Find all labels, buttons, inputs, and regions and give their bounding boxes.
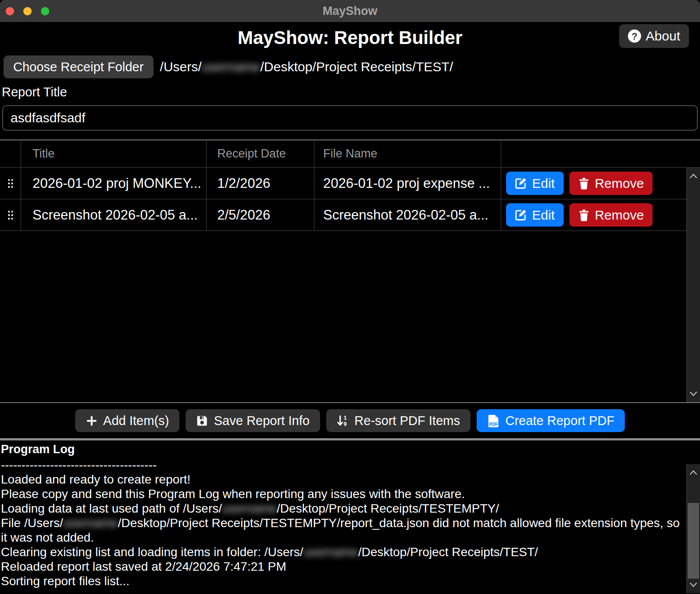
svg-text:?: ? bbox=[631, 31, 637, 42]
report-title-label: Report Title bbox=[2, 85, 700, 99]
pdf-file-icon: PDF bbox=[487, 414, 499, 427]
path-prefix: /Users/ bbox=[160, 59, 202, 74]
log-line: Sorting report files list... bbox=[1, 574, 682, 588]
row-actions-cell: EditRemove bbox=[501, 199, 700, 231]
log-text-segment: Loading data at last used path of /Users… bbox=[1, 502, 222, 515]
log-line: Loaded and ready to create report! bbox=[1, 472, 682, 487]
add-items-label: Add Item(s) bbox=[103, 414, 169, 428]
remove-button[interactable]: Remove bbox=[569, 172, 653, 195]
table-scrollbar[interactable] bbox=[686, 168, 700, 402]
remove-button-label: Remove bbox=[595, 176, 644, 191]
window-title: MayShow bbox=[0, 4, 700, 18]
redacted-username: username bbox=[202, 59, 260, 74]
sort-numeric-down-icon: 19 bbox=[337, 415, 349, 427]
log-line: File /Users/username/Desktop/Project Rec… bbox=[1, 516, 682, 545]
redacted-username: username bbox=[63, 516, 118, 530]
add-items-button[interactable]: Add Item(s) bbox=[75, 409, 180, 432]
log-text-segment: Reloaded report last saved at 2/24/2026 … bbox=[1, 560, 286, 573]
log-text-segment: /Desktop/Project Receipts/TEST/ bbox=[358, 545, 538, 559]
svg-text:9: 9 bbox=[343, 421, 346, 427]
row-receipt-date-cell: 2/5/2026 bbox=[207, 199, 314, 231]
row-file-name-cell-text: Screenshot 2026-02-05 a... bbox=[323, 207, 489, 223]
about-button[interactable]: ? About bbox=[619, 24, 689, 48]
remove-button-label: Remove bbox=[595, 208, 644, 223]
receipt-date-column-header: Receipt Date bbox=[207, 140, 314, 167]
row-file-name-cell: Screenshot 2026-02-05 a... bbox=[314, 199, 501, 231]
svg-text:PDF: PDF bbox=[489, 422, 498, 427]
remove-button[interactable]: Remove bbox=[569, 203, 653, 227]
row-file-name-cell-text: 2026-01-02 proj expense ... bbox=[323, 176, 490, 191]
log-scrollbar[interactable] bbox=[686, 464, 700, 593]
row-title-cell: Screenshot 2026-02-05 a... bbox=[21, 199, 207, 231]
log-text-segment: Loaded and ready to create report! bbox=[1, 473, 190, 486]
report-title-input[interactable] bbox=[2, 105, 698, 131]
log-line: Loading data at last used path of /Users… bbox=[1, 501, 682, 516]
window-titlebar: MayShow bbox=[0, 0, 700, 22]
row-title-cell-text: Screenshot 2026-02-05 a... bbox=[33, 207, 198, 223]
file-name-column-header: File Name bbox=[314, 140, 501, 167]
chevron-up-icon[interactable] bbox=[689, 173, 698, 179]
trash-icon bbox=[578, 209, 590, 221]
row-receipt-date-cell-text: 2/5/2026 bbox=[217, 207, 270, 223]
create-report-pdf-label: Create Report PDF bbox=[505, 414, 614, 428]
chevron-down-icon[interactable] bbox=[689, 582, 698, 588]
redacted-username: username bbox=[222, 502, 277, 515]
svg-text:1: 1 bbox=[343, 415, 346, 421]
edit-pencil-icon bbox=[515, 209, 527, 221]
log-line: -------------------------------------- bbox=[1, 458, 682, 472]
log-text-segment: Please copy and send this Program Log wh… bbox=[1, 487, 465, 501]
trash-icon bbox=[578, 177, 590, 190]
redacted-username: username bbox=[303, 545, 358, 559]
grip-dots-icon bbox=[6, 178, 15, 189]
log-scrollbar-thumb[interactable] bbox=[688, 503, 699, 579]
log-text-segment: /Desktop/Project Receipts/TESTEMPTY/ bbox=[277, 502, 499, 515]
row-file-name-cell: 2026-01-02 proj expense ... bbox=[314, 168, 501, 199]
program-log: --------------------------------------Lo… bbox=[0, 458, 700, 594]
row-receipt-date-cell-text: 1/2/2026 bbox=[217, 176, 270, 191]
log-text-segment: -------------------------------------- bbox=[1, 458, 157, 472]
table-row: 2026-01-02 proj MONKEY...1/2/20262026-01… bbox=[0, 168, 700, 199]
row-drag-handle[interactable] bbox=[0, 199, 21, 231]
page-title: MayShow: Report Builder bbox=[0, 24, 700, 52]
chevron-down-icon[interactable] bbox=[689, 391, 698, 397]
receipt-items-table: Title Receipt Date File Name 2026-01-02 … bbox=[0, 139, 700, 403]
log-line: Please copy and send this Program Log wh… bbox=[1, 487, 682, 501]
log-line: Clearing existing list and loading items… bbox=[1, 545, 682, 559]
row-title-cell: 2026-01-02 proj MONKEY... bbox=[21, 168, 207, 199]
log-divider bbox=[0, 438, 700, 440]
question-circle-icon: ? bbox=[628, 29, 641, 43]
grip-dots-icon bbox=[6, 209, 15, 221]
about-button-label: About bbox=[646, 29, 680, 44]
row-receipt-date-cell: 1/2/2026 bbox=[207, 168, 314, 199]
table-body: 2026-01-02 proj MONKEY...1/2/20262026-01… bbox=[0, 168, 700, 231]
edit-button[interactable]: Edit bbox=[506, 172, 564, 195]
title-column-header: Title bbox=[21, 140, 207, 167]
log-text-segment: File /Users/ bbox=[1, 516, 63, 530]
chevron-up-icon[interactable] bbox=[689, 469, 698, 476]
action-bar: Add Item(s) Save Report Info 19 Re-sort … bbox=[0, 403, 700, 438]
floppy-disk-icon bbox=[196, 415, 208, 427]
edit-button-label: Edit bbox=[532, 176, 555, 191]
drag-column-header bbox=[0, 140, 21, 167]
log-text-segment: Sorting report files list... bbox=[1, 574, 130, 588]
resort-pdf-items-button[interactable]: 19 Re-sort PDF Items bbox=[326, 409, 470, 432]
actions-column-header bbox=[501, 140, 700, 167]
log-line: Reloaded report last saved at 2/24/2026 … bbox=[1, 559, 682, 574]
row-title-cell-text: 2026-01-02 proj MONKEY... bbox=[33, 176, 201, 191]
save-report-info-label: Save Report Info bbox=[214, 414, 310, 428]
receipt-folder-path: /Users/username/Desktop/Project Receipts… bbox=[160, 59, 453, 74]
resort-pdf-items-label: Re-sort PDF Items bbox=[354, 414, 460, 428]
program-log-heading: Program Log bbox=[1, 443, 700, 456]
create-report-pdf-button[interactable]: PDF Create Report PDF bbox=[477, 409, 625, 432]
row-drag-handle[interactable] bbox=[0, 168, 21, 199]
table-row: Screenshot 2026-02-05 a...2/5/2026Screen… bbox=[0, 199, 700, 231]
edit-button[interactable]: Edit bbox=[506, 203, 564, 227]
save-report-info-button[interactable]: Save Report Info bbox=[186, 409, 320, 432]
program-log-text: --------------------------------------Lo… bbox=[1, 458, 682, 588]
row-actions-cell: EditRemove bbox=[501, 168, 700, 199]
choose-receipt-folder-button[interactable]: Choose Receipt Folder bbox=[4, 55, 153, 78]
table-header-row: Title Receipt Date File Name bbox=[0, 140, 700, 168]
edit-pencil-icon bbox=[515, 177, 527, 189]
edit-button-label: Edit bbox=[532, 208, 555, 223]
plus-icon bbox=[86, 415, 98, 427]
